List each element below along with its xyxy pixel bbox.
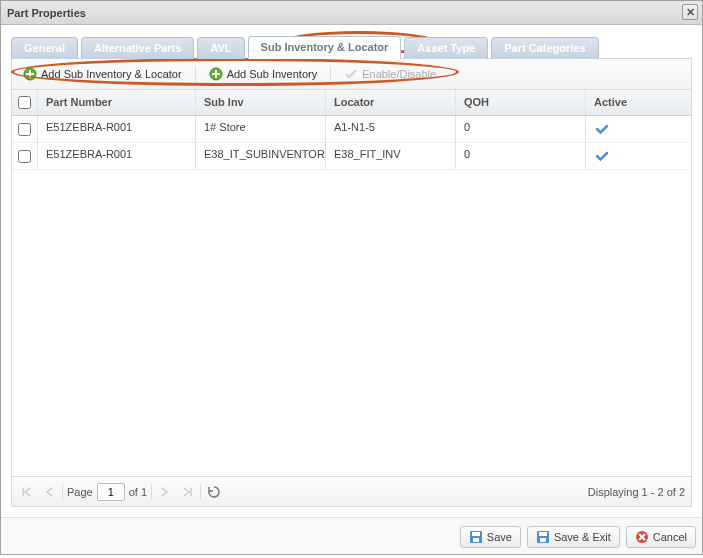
button-label: Cancel [653,531,687,543]
cell-loc: E38_FIT_INV [326,143,456,169]
toolbar: Add Sub Inventory & Locator Add Sub Inve… [11,59,692,90]
part-properties-window: Part Properties ✕ General Alternative Pa… [0,0,703,555]
check-icon [344,67,358,81]
tab-label: General [24,42,65,54]
active-check-icon [594,148,683,164]
cell-sub: 1# Store [196,116,326,142]
page-first-button[interactable] [18,483,36,501]
tab-sub-inventory-locator[interactable]: Sub Inventory & Locator [248,36,402,59]
row-select-cell [12,116,38,142]
page-label: Page [67,486,93,498]
cancel-button[interactable]: Cancel [626,526,696,548]
tab-label: Alternative Parts [94,42,181,54]
row-checkbox[interactable] [18,123,31,136]
table-row[interactable]: E51ZEBRA-R001 1# Store A1-N1-5 0 [12,116,691,143]
column-sub-inv[interactable]: Sub Inv [196,90,326,115]
titlebar: Part Properties ✕ [1,1,702,25]
cancel-icon [635,530,649,544]
svg-rect-7 [540,538,546,542]
grid-header: Part Number Sub Inv Locator QOH Active [12,90,691,116]
active-check-icon [594,121,683,137]
svg-rect-6 [539,532,547,536]
select-all-checkbox[interactable] [18,96,31,109]
column-active[interactable]: Active [586,90,691,115]
cell-active [586,116,691,142]
paging-bar: Page of 1 Displaying 1 - 2 of 2 [11,477,692,507]
tab-general[interactable]: General [11,37,78,59]
toolbar-separator [330,66,331,82]
cell-sub: E38_IT_SUBINVENTORY [196,143,326,169]
cell-qoh: 0 [456,116,586,142]
column-part-number[interactable]: Part Number [38,90,196,115]
button-label: Enable/Disable [362,68,436,80]
cell-qoh: 0 [456,143,586,169]
table-row[interactable]: E51ZEBRA-R001 E38_IT_SUBINVENTORY E38_FI… [12,143,691,170]
button-label: Add Sub Inventory & Locator [41,68,182,80]
tab-label: AVL [210,42,231,54]
page-input[interactable] [97,483,125,501]
add-sub-inventory-button[interactable]: Add Sub Inventory [202,64,325,84]
save-icon [536,530,550,544]
svg-rect-4 [473,538,479,542]
button-label: Save & Exit [554,531,611,543]
page-of-label: of 1 [129,486,147,498]
tab-avl[interactable]: AVL [197,37,244,59]
add-sub-inventory-locator-button[interactable]: Add Sub Inventory & Locator [16,64,189,84]
page-prev-button[interactable] [40,483,58,501]
footer: Save Save & Exit Cancel [1,517,702,554]
paging-separator [62,484,63,500]
enable-disable-button: Enable/Disable [337,64,443,84]
tab-alternative-parts[interactable]: Alternative Parts [81,37,194,59]
window-body: General Alternative Parts AVL Sub Invent… [1,25,702,517]
cell-part: E51ZEBRA-R001 [38,143,196,169]
button-label: Add Sub Inventory [227,68,318,80]
tab-label: Sub Inventory & Locator [261,41,389,53]
grid: Part Number Sub Inv Locator QOH Active E… [11,90,692,477]
tab-label: Part Categories [504,42,585,54]
add-icon [23,67,37,81]
window-close-button[interactable]: ✕ [682,4,698,20]
grid-body[interactable]: E51ZEBRA-R001 1# Store A1-N1-5 0 E51ZEBR… [12,116,691,476]
cell-active [586,143,691,169]
save-button[interactable]: Save [460,526,521,548]
save-exit-button[interactable]: Save & Exit [527,526,620,548]
save-icon [469,530,483,544]
displaying-label: Displaying 1 - 2 of 2 [588,486,685,498]
svg-rect-3 [472,532,480,536]
row-select-cell [12,143,38,169]
tab-label: Asset Type [417,42,475,54]
row-checkbox[interactable] [18,150,31,163]
tab-part-categories[interactable]: Part Categories [491,37,598,59]
refresh-button[interactable] [205,483,223,501]
paging-separator [151,484,152,500]
column-locator[interactable]: Locator [326,90,456,115]
tab-asset-type[interactable]: Asset Type [404,37,488,59]
column-qoh[interactable]: QOH [456,90,586,115]
paging-separator [200,484,201,500]
cell-part: E51ZEBRA-R001 [38,116,196,142]
toolbar-separator [195,66,196,82]
panel-highlight-layer: General Alternative Parts AVL Sub Invent… [11,35,692,507]
button-label: Save [487,531,512,543]
add-icon [209,67,223,81]
select-all-cell [12,90,38,115]
page-next-button[interactable] [156,483,174,501]
window-title: Part Properties [7,7,86,19]
tabbar: General Alternative Parts AVL Sub Invent… [11,35,692,59]
page-last-button[interactable] [178,483,196,501]
cell-loc: A1-N1-5 [326,116,456,142]
